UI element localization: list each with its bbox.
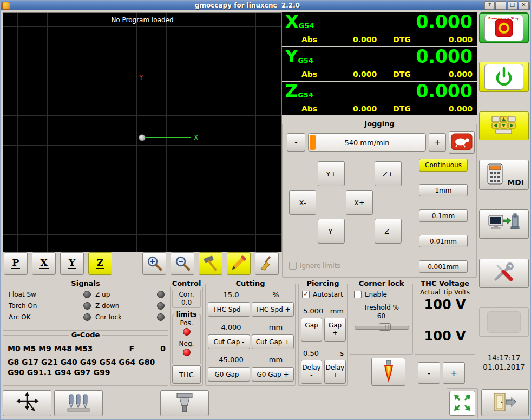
exit-button[interactable] (481, 389, 529, 416)
feed-label: F (129, 344, 134, 353)
voltage-minus-button[interactable]: - (418, 362, 440, 384)
window-controls: ↑ – □ × (484, 1, 529, 10)
pierce-delay-plus-button[interactable]: Delay+ (324, 360, 346, 384)
cut-gap-minus-button[interactable]: Cut Gap - (208, 334, 250, 349)
tool-change-button[interactable] (160, 390, 209, 416)
window-title: gmoccapy for linuxcnc 2.2.0 (10, 2, 484, 9)
view-z-button[interactable]: Z (88, 252, 112, 275)
control-title: Control (170, 279, 204, 287)
turtle-icon (451, 133, 473, 152)
keyboard-button[interactable] (479, 111, 529, 140)
machine-settings-button[interactable] (479, 209, 529, 239)
corner-lock-frame: Corner lock Enable Treshold % 60 (350, 284, 413, 355)
dro-axis-x[interactable]: XG540.000 Abs0.000DTG0.000 (282, 12, 477, 46)
fullscreen-button[interactable] (449, 391, 475, 416)
zoom-out-button[interactable] (171, 252, 194, 275)
shade-button[interactable]: ↑ (484, 1, 495, 10)
cnr-lock-led (157, 313, 165, 321)
g0-gap-row: 45.000mm (206, 356, 295, 364)
view-x-button[interactable]: X (32, 252, 56, 275)
exit-door-icon (491, 392, 519, 414)
increment-0-1mm-button[interactable]: 0.1mm (419, 209, 468, 222)
g0-gap-minus-button[interactable]: G0 Gap - (208, 367, 250, 382)
probe-pins-icon (67, 392, 90, 415)
enable-checkbox[interactable] (354, 291, 362, 298)
machine-on-button[interactable] (479, 62, 529, 92)
ignore-limits-checkbox[interactable] (289, 262, 297, 270)
clock-date: 01.01.2017 (479, 363, 529, 372)
tool-dimensions-button[interactable] (199, 252, 222, 275)
minimize-button[interactable]: – (496, 1, 506, 10)
probe-button[interactable] (54, 390, 103, 416)
signal-row: Torch On (9, 302, 91, 310)
z-up-led (157, 291, 165, 298)
increment-0-001mm-button[interactable]: 0.001mm (419, 260, 468, 273)
pos-limit-label: Pos. (173, 319, 200, 327)
jogging-frame: Jogging - 540 mm/min + Continuous Y+ Z+ … (282, 124, 477, 278)
jog-speed-fill (310, 135, 316, 150)
threshold-slider-handle[interactable] (379, 323, 391, 331)
pos-limit-led (183, 328, 191, 336)
limits-title: limits (174, 311, 199, 318)
touch-off-button[interactable] (3, 390, 51, 416)
thc-speed-minus-button[interactable]: THC Spd - (208, 302, 250, 317)
jog-speed-plus-button[interactable]: + (429, 133, 446, 152)
gmoccapy-window: gmoccapy for linuxcnc 2.2.0 ↑ – □ × No P… (0, 0, 531, 420)
view-y-button[interactable]: Y (60, 252, 84, 275)
mdi-button[interactable]: MDI (479, 160, 529, 190)
limits-frame: limits Pos. Neg. (172, 314, 201, 364)
actual-tip-volts-label: Actual Tip Volts (415, 288, 475, 296)
origin-marker (139, 134, 146, 141)
spindle-tool-icon (174, 392, 195, 415)
view-p-button[interactable]: P (4, 252, 28, 275)
float-sw-led (83, 291, 91, 298)
continuous-jog-button[interactable]: Continuous (419, 159, 468, 172)
threshold-label: Treshold % (350, 304, 412, 311)
pierce-gap-minus-button[interactable]: Gap- (301, 318, 322, 342)
calculator-icon (487, 163, 503, 187)
autostart-label: Autostart (313, 291, 343, 298)
signal-row: Cnr lock (95, 313, 165, 321)
cut-gap-row: 4.000mm (206, 323, 295, 331)
ignore-limits-row: Ignore limits (289, 262, 340, 270)
gcode-preview[interactable]: No Program loaded Y X (3, 12, 282, 252)
mdi-label: MDI (507, 178, 524, 187)
zoom-in-button[interactable] (142, 252, 166, 275)
turtle-jog-button[interactable] (449, 131, 475, 154)
x-axis-line (142, 137, 191, 138)
threshold-slider[interactable] (355, 323, 409, 331)
autostart-checkbox[interactable] (302, 291, 310, 298)
thc-speed-plus-button[interactable]: THC Spd + (252, 302, 294, 317)
increment-0-01mm-button[interactable]: 0.01mm (419, 235, 468, 247)
jog-z-minus-button[interactable]: Z- (375, 219, 402, 244)
clear-plot-button[interactable] (255, 252, 279, 275)
signal-row: Arc OK (9, 313, 91, 321)
jog-y-plus-button[interactable]: Y+ (318, 161, 345, 186)
jog-x-minus-button[interactable]: X- (289, 190, 316, 215)
settings-tools-button[interactable] (479, 259, 529, 288)
close-button[interactable]: × (519, 1, 529, 10)
torch-button[interactable] (371, 358, 405, 386)
dro-axis-y[interactable]: YG540.000 Abs0.000DTG0.000 (282, 47, 477, 81)
thc-voltage-title: THC Voltage (418, 279, 471, 287)
increment-1mm-button[interactable]: 1mm (419, 184, 468, 196)
jog-x-plus-button[interactable]: X+ (346, 190, 373, 215)
estop-button[interactable]: Emergency Stop (479, 12, 529, 43)
jog-y-minus-button[interactable]: Y- (318, 219, 345, 244)
draw-path-button[interactable] (227, 252, 251, 275)
cut-gap-plus-button[interactable]: Cut Gap + (252, 334, 294, 349)
thc-button[interactable]: THC (172, 365, 201, 384)
jog-speed-value: 540 mm/min (344, 139, 389, 147)
jog-speed-minus-button[interactable]: - (287, 133, 305, 152)
threshold-value: 60 (350, 312, 412, 320)
maximize-button[interactable]: □ (507, 1, 517, 10)
pierce-delay-minus-button[interactable]: Delay- (301, 360, 322, 384)
jog-speed-slider[interactable]: 540 mm/min (308, 133, 426, 152)
pierce-gap-plus-button[interactable]: Gap+ (324, 318, 346, 342)
jog-z-plus-button[interactable]: Z+ (375, 161, 402, 186)
g0-gap-plus-button[interactable]: G0 Gap + (252, 367, 294, 382)
voltage-plus-button[interactable]: + (443, 362, 465, 384)
dro-axis-z[interactable]: ZG540.000 Abs0.000DTG0.000 (282, 82, 477, 115)
torch-flame-icon (381, 360, 397, 384)
disabled-icon (487, 311, 521, 333)
